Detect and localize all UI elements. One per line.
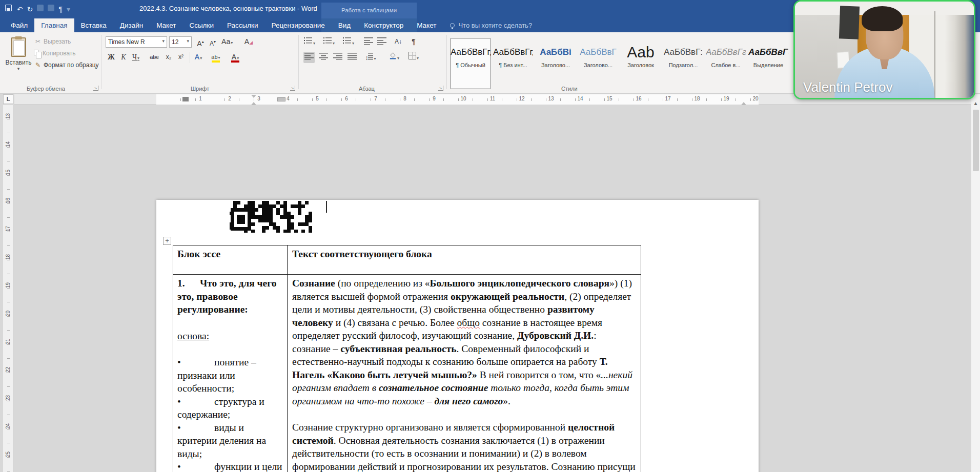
tab-selector[interactable]: L [3, 94, 13, 104]
ruler-number: 16 [5, 198, 11, 203]
line-spacing-button[interactable]: ↕▾ [365, 52, 376, 63]
essay-table: Блок эссе Текст соответствующего блока 1… [173, 245, 641, 472]
increase-indent-button[interactable] [376, 36, 387, 48]
right-indent-marker[interactable] [741, 99, 746, 105]
align-left-button[interactable] [303, 52, 315, 63]
tab-макет[interactable]: Макет [150, 18, 182, 32]
tab-ссылки[interactable]: Ссылки [182, 18, 220, 32]
copy-button[interactable]: Копировать [34, 49, 76, 57]
font-dialog-launcher[interactable]: ↘ [290, 86, 295, 91]
paste-button[interactable]: Вставить ▾ [5, 36, 32, 86]
style-item-h2[interactable]: АаБбВвГЗаголово... [578, 38, 619, 89]
grow-font-button[interactable]: А▴ [195, 36, 206, 48]
style-item-subtle[interactable]: АаБбВвГг,Слабое в... [705, 38, 746, 89]
clipboard-dialog-launcher[interactable]: ↘ [93, 86, 98, 91]
paint-bucket-icon [389, 52, 397, 59]
tab-макет[interactable]: Макет [410, 18, 443, 32]
header-cell-text[interactable]: Текст соответствующего блока [288, 245, 641, 275]
tell-me-label: Что вы хотите сделать? [458, 22, 532, 29]
tab-вид[interactable]: Вид [332, 18, 357, 32]
change-case-button[interactable]: Аа▾ [221, 36, 233, 48]
touch-mode-icon[interactable] [37, 5, 44, 11]
font-color-button[interactable]: А▾ [230, 52, 241, 63]
text-effects-button[interactable]: А▾ [193, 52, 204, 63]
show-marks-button[interactable]: ¶ [408, 36, 419, 48]
ruler-number: 13 [548, 96, 554, 101]
save-icon[interactable] [5, 5, 12, 11]
multilevel-list-button[interactable]: ▾ [342, 36, 354, 48]
style-item-subtitle[interactable]: АаБбВвГ:Подзагол... [663, 38, 704, 89]
right-cell[interactable]: Сознание (по определению из «Большого эн… [288, 275, 641, 472]
paragraph-dialog-launcher[interactable]: ↘ [438, 86, 443, 91]
webcam-participant-name: Valentin Petrov [803, 79, 892, 95]
tell-me-box[interactable]: Что вы хотите сделать? [450, 18, 532, 32]
tab-главная[interactable]: Главная [34, 18, 74, 32]
justify-button[interactable] [346, 52, 358, 63]
decrease-indent-button[interactable] [363, 36, 374, 48]
align-right-button[interactable] [332, 52, 343, 63]
bullets-button[interactable]: ▾ [303, 36, 315, 48]
font-group-label: Шрифт [191, 86, 209, 92]
tab-конструктор[interactable]: Конструктор [357, 18, 410, 32]
underline-button[interactable]: Ч▾ [130, 52, 141, 63]
format-painter-button[interactable]: ✎Формат по образцу [34, 61, 99, 69]
document-page[interactable]: + Блок эссе Текст соответствующего блока… [156, 200, 759, 472]
header-cell-block[interactable]: Блок эссе [173, 245, 288, 275]
subscript-button[interactable]: х₂ [163, 52, 174, 63]
ribbon-tabs: ФайлГлавнаяВставкаДизайнМакетСсылкиРассы… [4, 18, 443, 32]
style-item-title[interactable]: AabЗаголовок [620, 38, 661, 89]
customize-toolbar-icon[interactable]: ▾ [67, 4, 70, 15]
strikethrough-button[interactable]: abc [149, 52, 160, 63]
paste-label: Вставить [5, 59, 32, 66]
style-item-h1[interactable]: АаБбВіЗаголово... [535, 38, 576, 89]
sort-button[interactable]: А↓ [393, 36, 404, 48]
ruler-number: 10 [460, 96, 466, 101]
font-name-combo[interactable]: Times New R▾ [106, 36, 167, 48]
scrollbar-thumb[interactable] [973, 110, 979, 171]
table-edge-marker[interactable] [182, 97, 189, 101]
italic-button[interactable]: К [118, 52, 129, 63]
paste-ghost-icon[interactable] [48, 5, 54, 11]
shrink-font-button[interactable]: А▾ [207, 36, 218, 48]
style-label: Слабое в... [706, 62, 746, 68]
superscript-button[interactable]: х² [175, 52, 187, 63]
ruler-number: 2 [228, 96, 231, 101]
vertical-ruler[interactable]: 13141516171819202122232425 [3, 105, 13, 472]
cut-button[interactable]: ✂Вырезать [34, 37, 71, 46]
underlined-word: основа: [177, 331, 209, 341]
tab-вставка[interactable]: Вставка [74, 18, 113, 32]
clear-formatting-button[interactable]: А◢ [243, 36, 254, 48]
font-size-combo[interactable]: 12▾ [169, 36, 192, 48]
qr-code [230, 201, 314, 233]
webcam-overlay: Valentin Petrov [793, 0, 975, 99]
tab-файл[interactable]: Файл [4, 18, 34, 32]
shading-button[interactable]: ▾ [389, 52, 400, 63]
align-center-button[interactable] [318, 52, 329, 63]
highlight-color-button[interactable]: ab▾ [210, 52, 221, 63]
ruler-number: 20 [752, 96, 758, 101]
numbering-button[interactable]: ▾ [323, 36, 335, 48]
styles-gallery: АаБбВвГг,¶ ОбычныйАаБбВвГг,¶ Без инт...А… [450, 35, 791, 89]
hanging-indent-marker[interactable] [251, 99, 256, 105]
column-boundary-marker[interactable] [277, 97, 285, 101]
tab-рассылки[interactable]: Рассылки [220, 18, 265, 32]
ruler-number: 1 [199, 96, 202, 101]
tab-рецензирование[interactable]: Рецензирование [265, 18, 332, 32]
style-item-emph[interactable]: АаБбВвГг,Выделение [748, 38, 789, 89]
vertical-scrollbar[interactable]: ▲ [971, 94, 980, 472]
style-item-normal[interactable]: АаБбВвГг,¶ Без инт... [493, 38, 534, 89]
paste-dropdown-arrow[interactable]: ▾ [5, 66, 32, 71]
borders-button[interactable]: ▾ [408, 52, 419, 63]
table-move-handle[interactable]: + [163, 237, 171, 245]
undo-icon[interactable]: ↶ [17, 4, 23, 15]
style-item-normal[interactable]: АаБбВвГг,¶ Обычный [450, 38, 491, 89]
redo-icon[interactable]: ↻ [27, 4, 33, 15]
style-preview: АаБбВвГг, [706, 40, 746, 62]
pilcrow-icon[interactable]: ¶ [58, 4, 63, 15]
bold-button[interactable]: Ж [106, 52, 117, 63]
ruler-number: 19 [723, 96, 729, 101]
group-separator [101, 35, 101, 89]
ruler-number: 13 [5, 113, 11, 119]
tab-дизайн[interactable]: Дизайн [113, 18, 150, 32]
left-cell[interactable]: 1. Что это, для чего это, правовое регул… [173, 275, 288, 472]
